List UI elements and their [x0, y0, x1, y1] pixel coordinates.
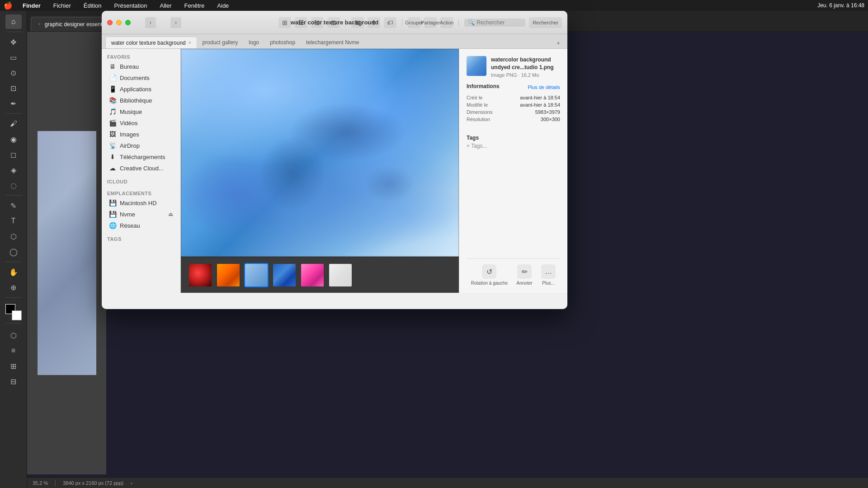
rotation-gauche-btn[interactable]: ↺ Rotation à gauche [471, 264, 508, 286]
action-btn[interactable]: Action [440, 17, 453, 28]
sidebar-item-airdrop[interactable]: 📡 AirDrop [104, 140, 179, 151]
plus-btn[interactable]: … Plus... [541, 264, 556, 286]
grouper-btn[interactable]: Grouper [408, 17, 420, 28]
tool-brush[interactable]: 🖌 [5, 117, 22, 131]
cree-le-label: Créé le [467, 95, 482, 100]
sidebar-label-images: Images [120, 131, 139, 138]
menu-fenetre[interactable]: Fenêtre [182, 1, 208, 10]
tool-hand[interactable]: ✋ [5, 265, 22, 279]
thumb-img-1 [189, 264, 212, 286]
tool-blur[interactable]: ◌ [5, 178, 22, 192]
nav-prev-button[interactable]: ‹ [145, 17, 156, 28]
menu-fichier[interactable]: Fichier [51, 1, 74, 10]
thumb-3-active[interactable] [244, 263, 269, 287]
sidebar-item-macintosh-hd[interactable]: 💾 Macintosh HD [104, 197, 179, 208]
thumb-2[interactable] [216, 263, 241, 287]
sidebar-item-applications[interactable]: 📱 Applications [104, 84, 179, 94]
sidebar-label-reseau: Réseau [120, 222, 140, 229]
sidebar-item-creative-cloud[interactable]: ☁ Creative Cloud... [104, 163, 179, 174]
sidebar-item-bureau[interactable]: 🖥 Bureau [104, 61, 179, 72]
tool-crop[interactable]: ⊡ [5, 81, 22, 95]
menu-presentation[interactable]: Présentation [112, 1, 150, 10]
tool-shape[interactable]: ◯ [5, 244, 22, 259]
tool-eyedropper[interactable]: ✒ [5, 96, 22, 111]
finder-preview[interactable] [181, 49, 459, 257]
sidebar-item-telechargements[interactable]: ⬇ Téléchargements [104, 151, 179, 162]
thumb-6[interactable] [328, 263, 353, 287]
tool-layers[interactable]: ≡ [5, 343, 22, 358]
menu-finder[interactable]: Finder [20, 1, 43, 10]
tab-logo[interactable]: logo [243, 37, 264, 48]
tab-label-3: photoshop [270, 39, 295, 46]
tab-water-color[interactable]: water color texture background × [105, 37, 197, 48]
documents-icon: 📄 [109, 74, 116, 81]
resolution-value: 300×300 [541, 117, 560, 122]
dimensions-row: Dimensions 5983×3979 [467, 109, 560, 115]
toolbar-divider-6 [5, 323, 22, 324]
thumb-1[interactable] [188, 263, 212, 287]
tool-smart-object[interactable]: ⬡ [5, 328, 22, 343]
tool-adjustments[interactable]: ⊟ [5, 374, 22, 389]
nvme-eject-icon[interactable]: ⏏ [168, 211, 173, 217]
window-close-button[interactable] [107, 20, 113, 25]
window-minimize-button[interactable] [116, 20, 122, 25]
menu-edition[interactable]: Édition [81, 1, 104, 10]
sidebar-item-reseau[interactable]: 🌐 Réseau [104, 220, 179, 231]
sidebar-item-videos[interactable]: 🎬 Vidéos [104, 117, 179, 128]
plus-details-link[interactable]: Plus de détails [528, 84, 560, 90]
sidebar-item-musique[interactable]: 🎵 Musique [104, 106, 179, 117]
finder-sidebar: Favoris 🖥 Bureau 📄 Documents 📱 Applicati… [102, 49, 181, 293]
tool-selection[interactable]: ▭ [5, 50, 22, 65]
tab-add-button[interactable]: + [553, 38, 564, 48]
info-header: watercolor background undyed cre...tudio… [467, 56, 560, 78]
sidebar-label-creative-cloud: Creative Cloud... [120, 165, 164, 172]
tool-pen[interactable]: ✎ [5, 198, 22, 213]
plus-icon: … [541, 264, 556, 279]
tab-telechargement[interactable]: telechargement Nvme [301, 37, 364, 48]
menu-aide[interactable]: Aide [214, 1, 231, 10]
view-icon-btn[interactable]: ⊞ [278, 17, 291, 28]
tab-label-0: water color texture background [111, 40, 186, 46]
window-maximize-button[interactable] [125, 20, 131, 25]
tool-home[interactable]: ⌂ [5, 14, 22, 29]
thumb-4[interactable] [272, 263, 297, 287]
nav-next-button[interactable]: › [170, 17, 181, 28]
search-container: 🔍 [464, 19, 525, 27]
sidebar-item-nvme[interactable]: 💾 Nvme ⏏ [104, 209, 179, 220]
menu-aller[interactable]: Aller [157, 1, 175, 10]
tool-stamp[interactable]: ◉ [5, 132, 22, 146]
partager-btn[interactable]: Partager [424, 17, 437, 28]
tags-btn[interactable]: 🏷 [384, 17, 396, 28]
search-btn[interactable]: Rechercher [529, 17, 562, 28]
tab-close-0[interactable]: × [189, 40, 191, 45]
apple-menu[interactable]: 🍎 [4, 1, 13, 10]
tab-product-gallery[interactable]: product gallery [197, 37, 244, 48]
tool-move[interactable]: ✥ [5, 35, 22, 49]
tool-history[interactable]: ⊞ [5, 359, 22, 373]
tags-add[interactable]: + Tags... [467, 143, 560, 149]
toolbar-divider-2 [5, 113, 22, 114]
tool-path[interactable]: ⬡ [5, 229, 22, 244]
thumb-img-3 [245, 264, 268, 286]
search-input[interactable] [476, 19, 522, 26]
sidebar-item-images[interactable]: 🖼 Images [104, 129, 179, 140]
background-color[interactable] [12, 310, 22, 320]
thumb-5[interactable] [300, 263, 325, 287]
menubar: 🍎 Finder Fichier Édition Présentation Al… [0, 0, 868, 11]
sidebar-label-applications: Applications [120, 86, 151, 93]
sidebar-item-documents[interactable]: 📄 Documents [104, 72, 179, 83]
tool-gradient[interactable]: ◈ [5, 163, 22, 177]
tool-eraser[interactable]: ◻ [5, 147, 22, 162]
ps-doc-tab-close[interactable]: × [37, 21, 42, 27]
tool-zoom[interactable]: ⊕ [5, 280, 22, 295]
dimensions-label: Dimensions [467, 109, 492, 115]
color-swatches[interactable] [5, 304, 22, 320]
sidebar-item-bibliotheque[interactable]: 📚 Bibliothèque [104, 95, 179, 106]
tab-photoshop[interactable]: photoshop [264, 37, 301, 48]
tool-text[interactable]: T [5, 214, 22, 228]
tool-lasso[interactable]: ⊙ [5, 66, 22, 80]
thumb-img-2 [217, 264, 240, 286]
annoter-btn[interactable]: ✏ Annoter [517, 264, 533, 286]
sidebar-label-telechargements: Téléchargements [120, 154, 165, 160]
statusbar-arrow[interactable]: › [131, 480, 132, 486]
